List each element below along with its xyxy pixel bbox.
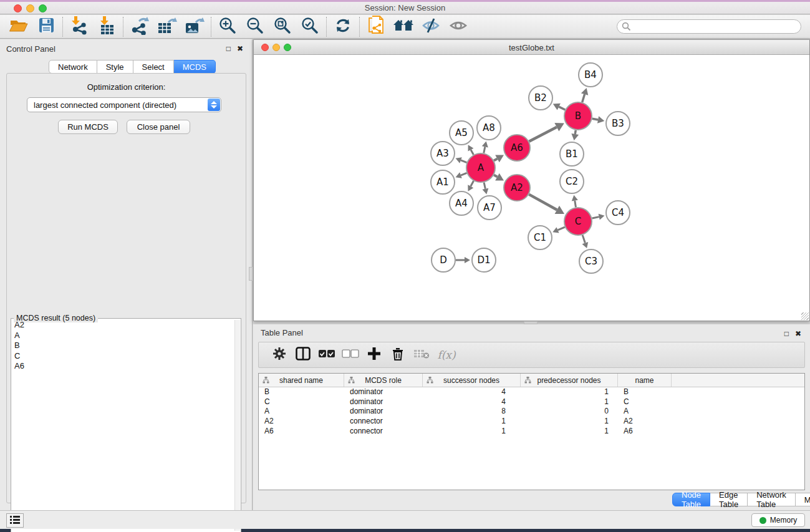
graph-node-B2[interactable]: B2 [529, 86, 552, 110]
float-panel-icon[interactable]: □ [226, 45, 231, 52]
mcds-result-item[interactable]: A6 [12, 361, 235, 372]
column-header-successor-nodes[interactable]: successor nodes [423, 374, 521, 387]
open-session-button[interactable] [5, 16, 32, 37]
graph-edge-A-A2[interactable] [494, 175, 497, 177]
table-row[interactable]: Bdominator41B [259, 387, 804, 397]
table-row[interactable]: Cdominator41C [259, 397, 804, 407]
graph-edge-A-A6[interactable] [494, 158, 497, 160]
graph-edge-C-C4[interactable] [592, 217, 599, 218]
table-cell[interactable]: B [618, 387, 672, 397]
graph-node-A3[interactable]: A3 [431, 142, 455, 165]
table-cell[interactable]: dominator [344, 397, 423, 407]
graph-edge-C-C3[interactable] [582, 235, 585, 243]
table-cell[interactable]: C [259, 397, 344, 407]
mcds-result-item[interactable]: B [12, 341, 235, 351]
show-panel-button[interactable] [445, 16, 472, 37]
memory-button[interactable]: Memory [751, 513, 805, 527]
table-cell[interactable]: A2 [259, 417, 344, 427]
mcds-result-item[interactable]: A [12, 331, 235, 341]
table-cell[interactable]: connector [344, 427, 423, 437]
graph-node-A4[interactable]: A4 [450, 191, 473, 215]
deselect-all-button[interactable] [339, 344, 362, 365]
graph-node-B[interactable]: B [564, 102, 592, 130]
table-row[interactable]: Adominator80A [259, 407, 804, 417]
table-cell[interactable]: A [259, 407, 344, 417]
graph-edge-B-B2[interactable] [559, 107, 565, 110]
vertical-split-handle[interactable] [249, 267, 253, 281]
table-close-panel-icon[interactable]: ✖ [795, 330, 801, 337]
graph-edge-A-A8[interactable] [484, 147, 485, 153]
tab-network-table[interactable]: Network Table [748, 493, 796, 506]
add-column-button[interactable] [362, 344, 386, 365]
graph-edge-A-A7[interactable] [484, 182, 485, 188]
graph-edge-C-C1[interactable] [558, 227, 565, 230]
select-all-button[interactable] [315, 344, 339, 365]
close-panel-button[interactable]: Close panel [127, 120, 190, 134]
graph-node-C4[interactable]: C4 [606, 201, 630, 225]
table-cell[interactable]: A6 [259, 427, 344, 437]
graph-edge-B-B3[interactable] [592, 118, 598, 120]
graph-edge-A6-B[interactable] [529, 127, 557, 142]
export-image-button[interactable] [181, 16, 208, 37]
resize-grip[interactable] [801, 312, 809, 320]
graph-node-A6[interactable]: A6 [504, 135, 530, 161]
tab-select[interactable]: Select [133, 60, 174, 74]
table-cell[interactable]: 1 [521, 387, 618, 397]
graph-edge-A2-C[interactable] [529, 195, 557, 210]
search-input[interactable] [617, 19, 801, 34]
function-builder-button[interactable]: f(x) [433, 344, 457, 365]
table-row[interactable]: A6connector11A6 [259, 427, 804, 437]
graph-node-D1[interactable]: D1 [472, 248, 496, 272]
tab-motifs[interactable]: Motifs [796, 493, 810, 506]
mcds-list-scrollbar[interactable] [234, 320, 240, 531]
graph-node-B1[interactable]: B1 [560, 142, 584, 166]
close-panel-icon[interactable]: ✖ [237, 45, 243, 52]
table-row[interactable]: A2connector11A2 [259, 417, 804, 427]
export-table-button[interactable] [153, 16, 181, 37]
graph-node-C[interactable]: C [564, 208, 592, 235]
table-cell[interactable]: A2 [618, 417, 672, 427]
graph-edge-B-B1[interactable] [575, 130, 576, 134]
graph-node-B4[interactable]: B4 [579, 63, 602, 87]
export-network-button[interactable] [126, 16, 153, 37]
table-cell[interactable]: 8 [423, 407, 521, 417]
table-cell[interactable]: C [618, 397, 672, 407]
tab-edge-table[interactable]: Edge Table [710, 493, 748, 506]
table-cell[interactable]: B [259, 387, 344, 397]
criterion-dropdown[interactable]: largest connected component (directed) [27, 97, 221, 112]
table-cell[interactable]: 1 [521, 417, 618, 427]
new-network-from-selection-button[interactable] [362, 16, 390, 37]
column-visibility-button[interactable] [291, 344, 315, 365]
mcds-result-list[interactable]: A2ABCA6 [12, 320, 235, 531]
table-cell[interactable]: 4 [423, 397, 521, 407]
mcds-result-item[interactable]: C [12, 351, 235, 362]
graph-edge-C-C2[interactable] [575, 201, 576, 208]
table-cell[interactable]: 0 [521, 407, 618, 417]
node-table[interactable]: shared nameMCDS rolesuccessor nodesprede… [258, 373, 805, 490]
graph-node-A2[interactable]: A2 [504, 175, 530, 201]
refresh-button[interactable] [329, 16, 357, 37]
table-cell[interactable]: connector [344, 417, 423, 427]
table-cell[interactable]: A6 [618, 427, 672, 437]
tab-mcds[interactable]: MCDS [174, 60, 216, 74]
home-button[interactable] [390, 16, 417, 37]
tab-style[interactable]: Style [97, 60, 133, 74]
table-cell[interactable]: dominator [344, 407, 423, 417]
graph-node-C1[interactable]: C1 [528, 226, 552, 249]
import-table-button[interactable] [93, 16, 120, 37]
graph-edge-A-A5[interactable] [471, 150, 473, 155]
tab-network[interactable]: Network [49, 60, 97, 74]
zoom-fit-button[interactable] [269, 16, 296, 37]
graph-node-A8[interactable]: A8 [477, 116, 501, 140]
graph-node-A5[interactable]: A5 [450, 121, 473, 145]
graph-node-A1[interactable]: A1 [431, 170, 455, 194]
table-cell[interactable]: 1 [521, 427, 618, 437]
zoom-selected-button[interactable] [296, 16, 324, 37]
table-float-panel-icon[interactable]: □ [784, 330, 789, 337]
graph-edge-B-B4[interactable] [582, 94, 585, 102]
column-header-predecessor-nodes[interactable]: predecessor nodes [521, 374, 618, 387]
column-header-shared-name[interactable]: shared name [259, 374, 344, 387]
zoom-in-button[interactable] [214, 16, 241, 37]
graph-node-C2[interactable]: C2 [560, 170, 584, 193]
mcds-result-item[interactable]: A2 [12, 320, 235, 331]
